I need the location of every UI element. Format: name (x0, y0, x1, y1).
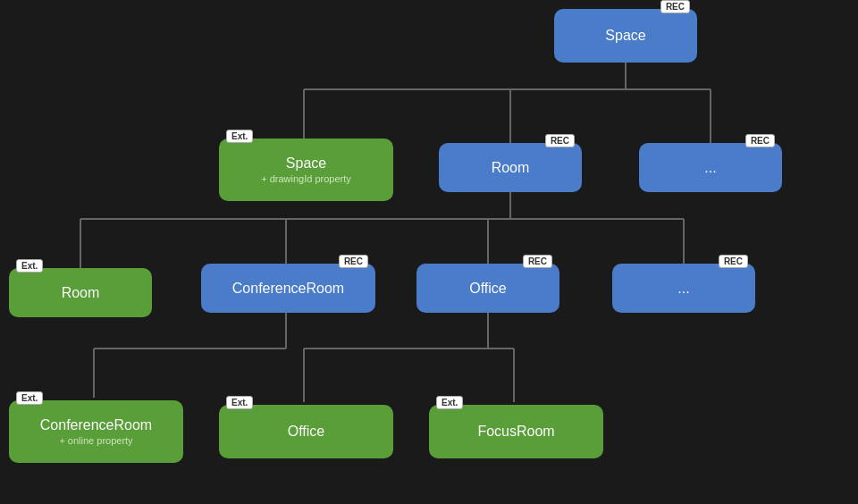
label-conference-room: ConferenceRoom (232, 281, 344, 297)
label-space-top: Space (605, 28, 645, 44)
diagram: REC Space Ext. Space + drawingId propert… (0, 0, 858, 504)
node-room-ext: Ext. Room (9, 268, 152, 317)
badge-rec-conference: REC (339, 255, 368, 268)
badge-rec-room-top: REC (545, 134, 575, 147)
badge-rec-dots-mid: REC (719, 255, 748, 268)
sublabel-conference-room-ext: + online property (59, 435, 132, 446)
badge-rec-space-top: REC (660, 0, 690, 13)
node-office-ext: Ext. Office (219, 405, 393, 458)
label-room-top: Room (492, 160, 530, 176)
label-room-ext: Room (62, 285, 100, 301)
node-space-ext: Ext. Space + drawingId property (219, 139, 393, 201)
node-room-top: REC Room (439, 143, 582, 192)
node-office: REC Office (416, 264, 559, 313)
badge-ext-room: Ext. (16, 259, 43, 273)
label-space-ext: Space (286, 155, 326, 172)
node-dots-mid: REC ... (612, 264, 755, 313)
badge-ext-office: Ext. (226, 396, 253, 409)
node-focus-room-ext: Ext. FocusRoom (429, 405, 603, 458)
label-dots-mid: ... (677, 281, 689, 297)
badge-ext-space: Ext. (226, 130, 253, 143)
label-office-ext: Office (288, 424, 325, 440)
label-conference-room-ext: ConferenceRoom (40, 417, 152, 433)
label-dots-top: ... (704, 160, 716, 176)
label-office: Office (469, 281, 507, 297)
label-focus-room-ext: FocusRoom (477, 424, 554, 440)
badge-ext-focus-room: Ext. (436, 396, 463, 409)
node-conference-room: REC ConferenceRoom (201, 264, 375, 313)
node-space-top: REC Space (554, 9, 697, 63)
badge-rec-dots-top: REC (745, 134, 775, 147)
node-dots-top: REC ... (639, 143, 782, 192)
node-conference-room-ext: Ext. ConferenceRoom + online property (9, 400, 183, 463)
sublabel-space-ext: + drawingId property (261, 173, 351, 184)
badge-rec-office: REC (523, 255, 552, 268)
badge-ext-conference: Ext. (16, 391, 43, 405)
